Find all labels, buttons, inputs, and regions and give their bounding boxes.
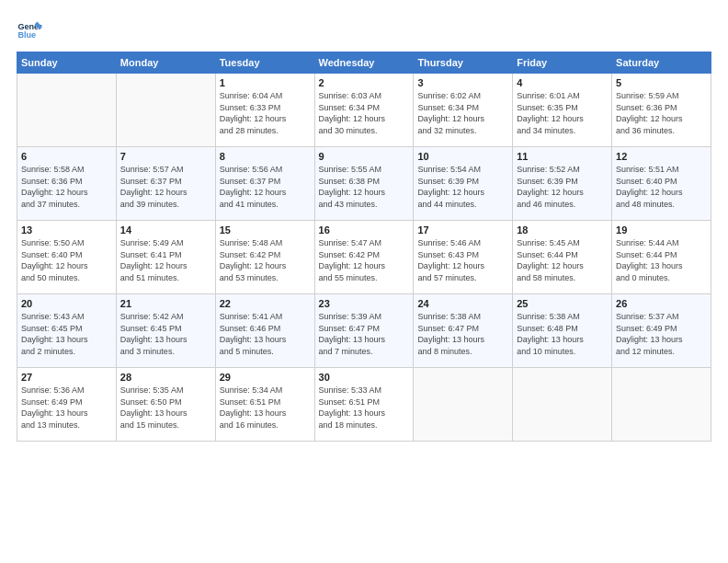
calendar-cell: 10Sunrise: 5:54 AM Sunset: 6:39 PM Dayli… (414, 147, 513, 221)
day-info: Sunrise: 6:03 AM Sunset: 6:34 PM Dayligh… (319, 90, 410, 136)
day-info: Sunrise: 5:37 AM Sunset: 6:49 PM Dayligh… (616, 311, 707, 357)
day-info: Sunrise: 5:56 AM Sunset: 6:37 PM Dayligh… (220, 164, 311, 210)
day-number: 9 (319, 151, 410, 162)
calendar-cell (513, 368, 612, 442)
calendar-cell: 4Sunrise: 6:01 AM Sunset: 6:35 PM Daylig… (513, 74, 612, 147)
calendar-cell: 24Sunrise: 5:38 AM Sunset: 6:47 PM Dayli… (414, 294, 513, 368)
day-number: 26 (616, 298, 707, 309)
calendar-cell: 15Sunrise: 5:48 AM Sunset: 6:42 PM Dayli… (215, 221, 314, 294)
calendar-week-row: 1Sunrise: 6:04 AM Sunset: 6:33 PM Daylig… (17, 74, 711, 147)
day-info: Sunrise: 5:43 AM Sunset: 6:45 PM Dayligh… (21, 311, 112, 357)
calendar-cell: 18Sunrise: 5:45 AM Sunset: 6:44 PM Dayli… (513, 221, 612, 294)
weekday-header-tuesday: Tuesday (215, 52, 314, 74)
day-info: Sunrise: 5:45 AM Sunset: 6:44 PM Dayligh… (517, 237, 608, 283)
calendar-cell: 5Sunrise: 5:59 AM Sunset: 6:36 PM Daylig… (612, 74, 711, 147)
calendar-cell: 16Sunrise: 5:47 AM Sunset: 6:42 PM Dayli… (314, 221, 414, 294)
day-info: Sunrise: 5:36 AM Sunset: 6:49 PM Dayligh… (21, 385, 112, 431)
day-info: Sunrise: 5:39 AM Sunset: 6:47 PM Dayligh… (319, 311, 410, 357)
calendar-cell: 28Sunrise: 5:35 AM Sunset: 6:50 PM Dayli… (116, 368, 215, 442)
calendar-table: SundayMondayTuesdayWednesdayThursdayFrid… (17, 52, 711, 442)
calendar-cell: 22Sunrise: 5:41 AM Sunset: 6:46 PM Dayli… (215, 294, 314, 368)
calendar-cell: 3Sunrise: 6:02 AM Sunset: 6:34 PM Daylig… (414, 74, 513, 147)
day-number: 30 (319, 372, 410, 383)
calendar-cell: 19Sunrise: 5:44 AM Sunset: 6:44 PM Dayli… (612, 221, 711, 294)
day-info: Sunrise: 5:54 AM Sunset: 6:39 PM Dayligh… (417, 164, 508, 210)
calendar-cell (414, 368, 513, 442)
day-info: Sunrise: 5:38 AM Sunset: 6:47 PM Dayligh… (417, 311, 508, 357)
calendar-cell: 6Sunrise: 5:58 AM Sunset: 6:36 PM Daylig… (17, 147, 117, 221)
day-number: 16 (319, 224, 410, 236)
calendar-cell (17, 74, 117, 147)
calendar-page: General Blue SundayMondayTuesdayWednesda… (0, 0, 728, 563)
day-number: 25 (517, 298, 608, 309)
day-info: Sunrise: 6:04 AM Sunset: 6:33 PM Dayligh… (220, 90, 311, 136)
day-number: 28 (120, 372, 211, 383)
weekday-header-wednesday: Wednesday (314, 52, 414, 74)
day-number: 18 (517, 224, 608, 236)
day-info: Sunrise: 5:51 AM Sunset: 6:40 PM Dayligh… (616, 164, 707, 210)
day-number: 21 (120, 298, 211, 309)
calendar-cell: 20Sunrise: 5:43 AM Sunset: 6:45 PM Dayli… (17, 294, 117, 368)
weekday-header-row: SundayMondayTuesdayWednesdayThursdayFrid… (17, 52, 711, 74)
day-info: Sunrise: 5:47 AM Sunset: 6:42 PM Dayligh… (319, 237, 410, 283)
day-number: 10 (417, 151, 508, 162)
day-number: 5 (616, 77, 707, 88)
calendar-cell: 17Sunrise: 5:46 AM Sunset: 6:43 PM Dayli… (414, 221, 513, 294)
calendar-week-row: 27Sunrise: 5:36 AM Sunset: 6:49 PM Dayli… (17, 368, 711, 442)
day-info: Sunrise: 5:48 AM Sunset: 6:42 PM Dayligh… (220, 237, 311, 283)
day-number: 24 (417, 298, 508, 309)
weekday-header-thursday: Thursday (414, 52, 513, 74)
day-info: Sunrise: 5:55 AM Sunset: 6:38 PM Dayligh… (319, 164, 410, 210)
calendar-cell: 12Sunrise: 5:51 AM Sunset: 6:40 PM Dayli… (612, 147, 711, 221)
day-info: Sunrise: 5:38 AM Sunset: 6:48 PM Dayligh… (517, 311, 608, 357)
calendar-week-row: 20Sunrise: 5:43 AM Sunset: 6:45 PM Dayli… (17, 294, 711, 368)
day-info: Sunrise: 5:33 AM Sunset: 6:51 PM Dayligh… (319, 385, 410, 431)
calendar-cell: 11Sunrise: 5:52 AM Sunset: 6:39 PM Dayli… (513, 147, 612, 221)
calendar-cell: 8Sunrise: 5:56 AM Sunset: 6:37 PM Daylig… (215, 147, 314, 221)
day-number: 2 (319, 77, 410, 88)
calendar-week-row: 13Sunrise: 5:50 AM Sunset: 6:40 PM Dayli… (17, 221, 711, 294)
day-info: Sunrise: 5:57 AM Sunset: 6:37 PM Dayligh… (120, 164, 211, 210)
weekday-header-monday: Monday (116, 52, 215, 74)
day-info: Sunrise: 5:34 AM Sunset: 6:51 PM Dayligh… (220, 385, 311, 431)
day-number: 15 (220, 224, 311, 236)
day-number: 23 (319, 298, 410, 309)
svg-text:Blue: Blue (17, 30, 36, 40)
day-number: 27 (21, 372, 112, 383)
day-info: Sunrise: 5:58 AM Sunset: 6:36 PM Dayligh… (21, 164, 112, 210)
calendar-cell: 23Sunrise: 5:39 AM Sunset: 6:47 PM Dayli… (314, 294, 414, 368)
calendar-cell: 2Sunrise: 6:03 AM Sunset: 6:34 PM Daylig… (314, 74, 414, 147)
day-info: Sunrise: 5:35 AM Sunset: 6:50 PM Dayligh… (120, 385, 211, 431)
day-number: 20 (21, 298, 112, 309)
day-info: Sunrise: 5:44 AM Sunset: 6:44 PM Dayligh… (616, 237, 707, 283)
calendar-cell: 26Sunrise: 5:37 AM Sunset: 6:49 PM Dayli… (612, 294, 711, 368)
weekday-header-saturday: Saturday (612, 52, 711, 74)
weekday-header-friday: Friday (513, 52, 612, 74)
calendar-week-row: 6Sunrise: 5:58 AM Sunset: 6:36 PM Daylig… (17, 147, 711, 221)
logo: General Blue (17, 17, 46, 42)
calendar-cell: 21Sunrise: 5:42 AM Sunset: 6:45 PM Dayli… (116, 294, 215, 368)
calendar-cell: 7Sunrise: 5:57 AM Sunset: 6:37 PM Daylig… (116, 147, 215, 221)
day-info: Sunrise: 5:49 AM Sunset: 6:41 PM Dayligh… (120, 237, 211, 283)
weekday-header-sunday: Sunday (17, 52, 117, 74)
day-number: 19 (616, 224, 707, 236)
calendar-cell (116, 74, 215, 147)
day-number: 1 (220, 77, 311, 88)
day-number: 11 (517, 151, 608, 162)
day-number: 12 (616, 151, 707, 162)
calendar-cell: 13Sunrise: 5:50 AM Sunset: 6:40 PM Dayli… (17, 221, 117, 294)
calendar-cell: 29Sunrise: 5:34 AM Sunset: 6:51 PM Dayli… (215, 368, 314, 442)
day-info: Sunrise: 5:42 AM Sunset: 6:45 PM Dayligh… (120, 311, 211, 357)
calendar-cell: 9Sunrise: 5:55 AM Sunset: 6:38 PM Daylig… (314, 147, 414, 221)
day-number: 6 (21, 151, 112, 162)
day-number: 13 (21, 224, 112, 236)
day-number: 4 (517, 77, 608, 88)
day-number: 7 (120, 151, 211, 162)
day-info: Sunrise: 5:46 AM Sunset: 6:43 PM Dayligh… (417, 237, 508, 283)
calendar-cell: 27Sunrise: 5:36 AM Sunset: 6:49 PM Dayli… (17, 368, 117, 442)
calendar-cell: 14Sunrise: 5:49 AM Sunset: 6:41 PM Dayli… (116, 221, 215, 294)
day-number: 14 (120, 224, 211, 236)
day-number: 29 (220, 372, 311, 383)
header: General Blue (17, 17, 711, 42)
day-info: Sunrise: 6:02 AM Sunset: 6:34 PM Dayligh… (417, 90, 508, 136)
